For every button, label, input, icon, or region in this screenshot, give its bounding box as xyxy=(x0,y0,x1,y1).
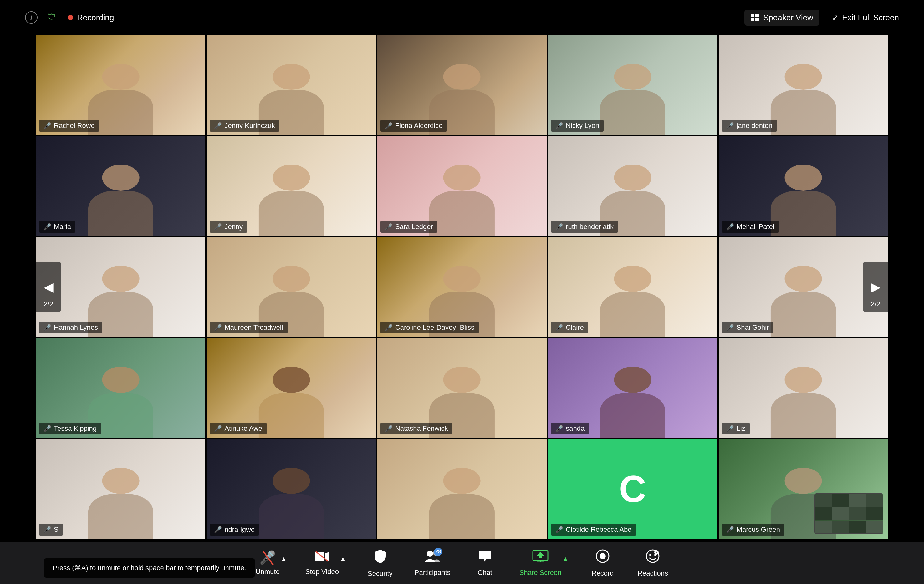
name-tag-ruth-bender-atik: 🎤 ruth bender atik xyxy=(551,221,618,233)
stop-video-button[interactable]: Stop Video xyxy=(305,550,339,576)
video-cell-jane-denton: 🎤 jane denton xyxy=(719,35,888,135)
recording-dot xyxy=(68,15,73,20)
participants-button[interactable]: 28 Participants xyxy=(414,549,450,577)
mute-icon: 🎤 xyxy=(726,223,734,231)
nav-arrow-left[interactable]: ◀ 2/2 xyxy=(36,262,61,312)
participant-name: Caroline Lee-Davey: Bliss xyxy=(395,323,474,332)
video-grid: 🎤 Rachel Rowe 🎤 Jenny Kurinczuk 🎤 Fiona … xyxy=(36,35,888,539)
mute-icon: 🎤 xyxy=(385,425,393,432)
participant-name: Sara Ledger xyxy=(395,223,433,231)
name-tag-liz: 🎤 Liz xyxy=(722,422,750,434)
participant-name: Hannah Lynes xyxy=(54,323,98,332)
video-cell-unknown xyxy=(377,439,547,539)
participant-name: Claire xyxy=(566,323,584,332)
mute-icon: 🎤 xyxy=(726,122,734,129)
name-tag-natasha-fenwick: 🎤 Natasha Fenwick xyxy=(381,422,452,434)
svg-point-4 xyxy=(427,551,433,557)
video-cell-nicky-lyon: 🎤 Nicky Lyon xyxy=(548,35,717,135)
name-tag-jane-denton: 🎤 jane denton xyxy=(722,120,777,132)
unmute-group: 🎤 Unmute ▲ xyxy=(256,550,287,576)
exit-fullscreen-button[interactable]: ⤢ Exit Full Screen xyxy=(832,13,899,23)
participant-name: jane denton xyxy=(737,122,772,130)
name-tag-rachel-rowe: 🎤 Rachel Rowe xyxy=(39,120,99,132)
mute-icon: 🎤 xyxy=(726,526,734,533)
stop-video-chevron[interactable]: ▲ xyxy=(340,554,346,562)
video-cell-claire: 🎤 Claire xyxy=(548,237,717,337)
self-view-grid xyxy=(815,494,883,533)
svg-rect-1 xyxy=(315,552,325,561)
reactions-button[interactable]: + Reactions xyxy=(637,549,668,577)
video-cell-shai-gohir: 🎤 Shai Gohir xyxy=(719,237,888,337)
mute-icon: 🎤 xyxy=(555,526,563,533)
stop-video-group: Stop Video ▲ xyxy=(305,550,346,576)
video-cell-ndra-igwe: 🎤 ndra Igwe xyxy=(206,439,376,539)
video-cell-sanda: 🎤 sanda xyxy=(548,338,717,437)
exit-fullscreen-icon: ⤢ xyxy=(832,13,838,22)
nav-page-left: 2/2 xyxy=(36,300,61,308)
mute-icon: 🎤 xyxy=(555,122,563,129)
video-cell-rachel-rowe: 🎤 Rachel Rowe xyxy=(36,35,205,135)
chat-button[interactable]: Chat xyxy=(469,549,501,577)
video-cell-natasha-fenwick: 🎤 Natasha Fenwick xyxy=(377,338,547,437)
name-tag-maureen-treadwell: 🎤 Maureen Treadwell xyxy=(210,322,287,333)
speaker-view-label: Speaker View xyxy=(763,13,813,23)
name-tag-hannah-lynes: 🎤 Hannah Lynes xyxy=(39,322,102,333)
name-tag-marcus-green: 🎤 Marcus Green xyxy=(722,524,784,536)
name-tag-jenny-kurinczuk: 🎤 Jenny Kurinczuk xyxy=(210,120,279,132)
video-bg xyxy=(377,439,547,539)
participant-name: Maureen Treadwell xyxy=(224,323,283,332)
share-screen-chevron[interactable]: ▲ xyxy=(563,554,568,562)
record-button[interactable]: Record xyxy=(587,549,618,577)
nav-page-right: 2/2 xyxy=(863,300,888,308)
video-cell-s: 🎤 S xyxy=(36,439,205,539)
participants-icon: 28 xyxy=(424,549,441,566)
unmute-chevron[interactable]: ▲ xyxy=(281,554,287,562)
name-tag-fiona-alderdice: 🎤 Fiona Alderdice xyxy=(381,120,447,132)
recording-label: Recording xyxy=(77,13,114,23)
unmute-label: Unmute xyxy=(256,568,280,576)
video-icon xyxy=(315,550,330,565)
video-cell-hannah-lynes: 🎤 Hannah Lynes xyxy=(36,237,205,337)
mute-icon: 🎤 xyxy=(385,324,393,331)
speaker-view-icon xyxy=(751,14,759,21)
tooltip-text: Press (⌘A) to unmute or hold space bar t… xyxy=(53,564,246,572)
svg-line-0 xyxy=(263,551,273,565)
top-bar: i 🛡 Recording Speaker View ⤢ Exit Full S… xyxy=(0,0,924,35)
mute-icon: 🎤 xyxy=(726,425,734,432)
video-cell-maureen-treadwell: 🎤 Maureen Treadwell xyxy=(206,237,376,337)
mute-icon: 🎤 xyxy=(214,324,222,331)
video-cell-atinuke-awe: 🎤 Atinuke Awe xyxy=(206,338,376,437)
mute-icon: 🎤 xyxy=(214,425,222,432)
participants-count: 28 xyxy=(434,548,442,556)
mute-icon: 🎤 xyxy=(555,223,563,231)
reactions-icon: + xyxy=(645,549,660,567)
mute-icon: 🎤 xyxy=(43,526,51,533)
participant-name: Atinuke Awe xyxy=(224,424,262,432)
security-button[interactable]: Security xyxy=(365,548,396,578)
unmute-button[interactable]: 🎤 Unmute xyxy=(256,550,280,576)
record-label: Record xyxy=(592,569,614,577)
top-bar-right: Speaker View ⤢ Exit Full Screen xyxy=(744,10,899,26)
exit-fullscreen-label: Exit Full Screen xyxy=(842,13,899,23)
mute-icon: 🎤 xyxy=(555,425,563,432)
info-icon[interactable]: i xyxy=(25,11,38,24)
top-bar-left: i 🛡 Recording xyxy=(25,11,114,24)
name-tag-jenny: 🎤 Jenny xyxy=(210,221,247,233)
video-cell-fiona-alderdice: 🎤 Fiona Alderdice xyxy=(377,35,547,135)
video-cell-tessa-kipping: 🎤 Tessa Kipping xyxy=(36,338,205,437)
video-cell-jenny-kurinczuk: 🎤 Jenny Kurinczuk xyxy=(206,35,376,135)
svg-point-13 xyxy=(649,554,651,556)
nav-arrow-right[interactable]: ▶ 2/2 xyxy=(863,262,888,312)
svg-marker-9 xyxy=(536,552,544,558)
mute-icon: 🎤 xyxy=(385,122,393,129)
share-screen-button[interactable]: Share Screen xyxy=(520,549,562,577)
video-cell-caroline-lee-davey: 🎤 Caroline Lee-Davey: Bliss xyxy=(377,237,547,337)
participant-name: ruth bender atik xyxy=(566,223,614,231)
speaker-view-button[interactable]: Speaker View xyxy=(744,10,820,26)
participant-name: S xyxy=(54,526,58,534)
participant-name: Jenny Kurinczuk xyxy=(224,122,275,130)
video-grid-container: ◀ 2/2 ▶ 2/2 🎤 Rachel Rowe 🎤 Jenny Kurinc… xyxy=(36,35,888,539)
mute-icon: 🎤 xyxy=(43,223,51,231)
participant-name: ndra Igwe xyxy=(224,526,255,534)
mic-icon: 🎤 xyxy=(259,550,276,565)
